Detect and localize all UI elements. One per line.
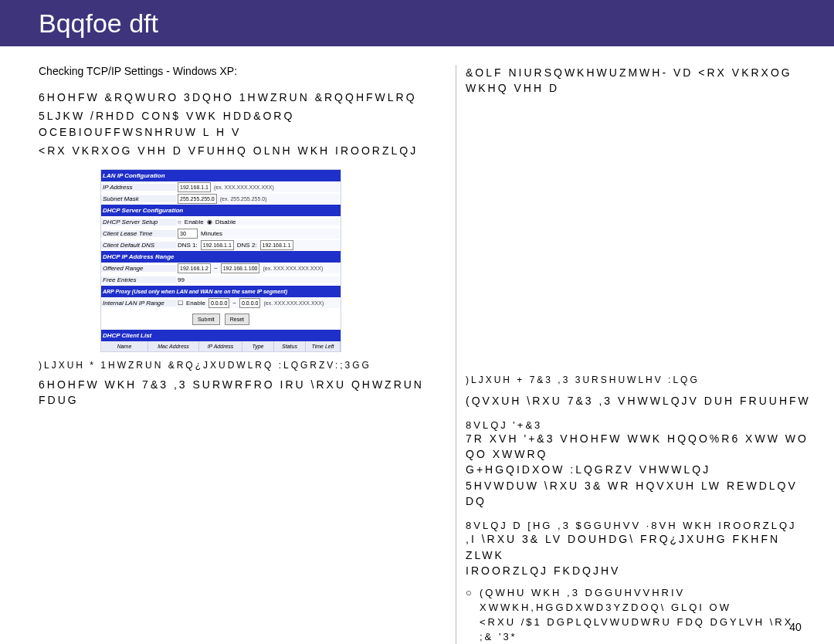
fig-lease-unit: Minutes: [201, 230, 222, 237]
page-number: 40: [780, 621, 811, 633]
fig-free-entries: 99: [178, 276, 185, 283]
right-para: ,I \RXU 3& LV DOUHDG\ FRQ¿JXUHG FKHFN ZL…: [466, 531, 811, 563]
fig-label: Free Entries: [101, 276, 176, 283]
bullet-line: 5LJKW /RHDD CON$ VWK HDD&ORQ OCEBIOUFFWS…: [39, 108, 448, 140]
col-mac: Mac Address: [148, 341, 199, 351]
right-subheading: 8VLQJ '+&3: [466, 419, 811, 431]
fig-label: Client Lease Time: [101, 230, 176, 237]
right-para: G+HGQIDXOW :LQGRZV VHWWLQJ: [466, 462, 811, 477]
fig-hint: (ex. XXX.XXX.XXX.XXX): [263, 266, 323, 271]
col-time: Time Left: [306, 341, 341, 351]
figure-caption: )LJXUH * 1HWZRUN &RQ¿JXUDWLRQ :LQGRZV:;3…: [39, 360, 448, 371]
fig-section-clientlist: DHCP Client List: [101, 330, 341, 341]
col-ip: IP Address: [199, 341, 242, 351]
bullet-line: 6HOHFW WKH 7&3 ,3 SURWRFRO IRU \RXU QHWZ…: [39, 377, 448, 408]
right-line: (QVXUH \RXU 7&3 ,3 VHWWLQJV DUH FRUUHFW: [466, 393, 811, 408]
obullet-line: ;& '3*: [480, 630, 811, 644]
page-header: Bqqfoe dft: [0, 0, 834, 46]
fig-section-arp: ARP Proxy (Used only when LAN and WAN ar…: [101, 286, 341, 297]
fig-input-int-from[interactable]: 0.0.0.0: [208, 298, 229, 308]
bullet-line: 6HOHFW &RQWURO 3DQHO 1HWZRUN &RQQHFWLRQ: [39, 90, 448, 105]
col-name: Name: [101, 341, 148, 351]
bullet-circle-icon: ○: [466, 586, 480, 644]
right-subheading: 8VLQJ D [HG ,3 $GGUHVV ·8VH WKH IROORZLQ…: [466, 520, 811, 531]
right-para: 7R XVH '+&3 VHOHFW WWK HQQO%R6 XWW WO QO…: [466, 431, 811, 463]
right-para: 5HVWDUW \RXU 3& WR HQVXUH LW REWDLQV DQ: [466, 478, 811, 510]
fig-label: Offered Range: [101, 265, 176, 272]
obullet-line: <RXU /$1 DGPLQLVWUDWRU FDQ DGYLVH \RX: [480, 615, 811, 630]
checkbox-enable-label: Enable: [186, 300, 205, 307]
submit-button[interactable]: Submit: [192, 314, 220, 325]
fig-input-lease[interactable]: 30: [178, 229, 198, 239]
fig-input-dns2[interactable]: 192.168.1.1: [260, 240, 293, 250]
fig-input-range-to[interactable]: 192.168.1.100: [221, 263, 260, 273]
fig-label: Subnet Mask: [101, 195, 176, 202]
fig-input-int-to[interactable]: 0.0.0.0: [239, 298, 260, 308]
fig-input-dns1[interactable]: 192.168.1.1: [201, 240, 234, 250]
fig-section-dhcp-range: DHCP IP Address Range: [101, 251, 341, 263]
right-para: IROORZLQJ FKDQJHV: [466, 563, 811, 578]
radio-disable-label: Disable: [215, 219, 236, 225]
radio-enable-label: Enable: [185, 219, 204, 225]
col-type: Type: [242, 341, 274, 351]
reset-button[interactable]: Reset: [225, 314, 249, 325]
fig-section-dhcp-server: DHCP Server Configuration: [101, 205, 341, 216]
fig-label: Internal LAN IP Range: [101, 300, 176, 307]
config-figure: LAN IP Configuration IP Address 192.168.…: [100, 169, 341, 352]
right-figure-caption: )LJXUH + 7&3 ,3 3URSHUWLHV :LQG: [466, 375, 811, 385]
right-column: &OLF NIURSQWKHWUZMWH- VD <RX VKRXOG WKHQ…: [456, 65, 811, 644]
fig-hint: (ex. 255.255.255.0): [220, 196, 267, 202]
fig-input-subnet[interactable]: 255.255.255.0: [178, 194, 217, 204]
dns1-label: DNS 1:: [178, 242, 198, 249]
fig-label: Client Default DNS: [101, 242, 176, 249]
fig-section-lan: LAN IP Configuration: [101, 170, 341, 181]
left-subtitle: Checking TCP/IP Settings - Windows XP:: [39, 65, 448, 77]
fig-label: IP Address: [101, 184, 176, 191]
checkbox-enable[interactable]: ☐: [178, 300, 183, 307]
tilde: ~: [214, 265, 218, 272]
left-column: Checking TCP/IP Settings - Windows XP: 6…: [39, 65, 456, 644]
radio-enable[interactable]: ○: [178, 219, 181, 225]
dns2-label: DNS 2:: [237, 242, 257, 249]
tilde: ~: [232, 300, 236, 307]
radio-disable[interactable]: ◉: [207, 219, 212, 225]
right-top-line: &OLF NIURSQWKHWUZMWH- VD <RX VKRXOG WKHQ…: [466, 65, 811, 97]
fig-hint: (ex. XXX.XXX.XXX.XXX): [263, 300, 324, 306]
fig-input-ip[interactable]: 192.168.1.1: [178, 182, 211, 192]
fig-label: DHCP Server Setup: [101, 219, 176, 225]
col-status: Status: [274, 341, 306, 351]
fig-hint: (ex. XXX.XXX.XXX.XXX): [214, 185, 274, 190]
fig-input-range-from[interactable]: 192.168.1.2: [178, 263, 211, 273]
bullet-line: <RX VKRXOG VHH D VFUHHQ OLNH WKH IROORZL…: [39, 143, 448, 158]
obullet-line: (QWHU WKH ,3 DGGUHVVHRIV XWWKH,HGGDXWD3Y…: [480, 586, 811, 615]
header-title: Bqqfoe dft: [39, 8, 158, 39]
